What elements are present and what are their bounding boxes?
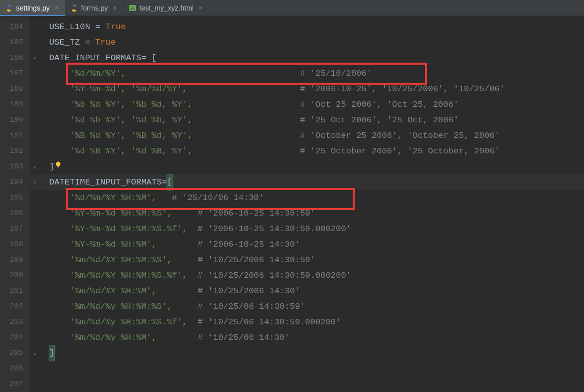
code-token: , <box>182 81 187 97</box>
code-token: ] <box>49 345 54 361</box>
code-line[interactable]: '%Y-%m-%d', '%m/%d/%Y', # '2006-10-25', … <box>30 81 584 97</box>
line-number: 201 <box>0 283 30 299</box>
code-token: '%Y-%m-%d %H:%M:%S' <box>70 206 167 221</box>
indent <box>49 268 70 283</box>
code-line[interactable]: '%Y-%m-%d %H:%M:%S.%f', # '2006-10-25 14… <box>30 221 584 237</box>
code-token <box>172 299 198 314</box>
line-number: 196 <box>0 206 30 221</box>
code-line[interactable]: '%m/%d/%y %H:%M', # '10/25/06 14:30' <box>30 330 584 345</box>
code-line[interactable] <box>30 361 584 376</box>
code-line[interactable]: '%d/%m/%Y %H:%M', # '25/10/06 14:30' <box>30 190 584 206</box>
code-token: '%d %b, %Y' <box>131 112 187 128</box>
code-line[interactable]: '%Y-%m-%d %H:%M', # '2006-10-25 14:30' <box>30 237 584 252</box>
svg-text:H: H <box>131 7 134 11</box>
code-token: True <box>105 19 126 35</box>
line-number: 199 <box>0 252 30 268</box>
code-token: '%Y-%m-%d' <box>70 81 121 97</box>
fold-close-icon[interactable]: ▴ <box>32 351 37 357</box>
fold-open-icon[interactable]: ▾ <box>32 56 37 62</box>
code-token: # '10/25/2006 14:30:59.000200' <box>198 268 351 283</box>
tab-label: settings.py <box>16 4 50 12</box>
code-token: , <box>182 221 187 237</box>
code-token <box>126 66 300 81</box>
code-line[interactable]: USE_TZ = True <box>30 35 584 50</box>
code-token <box>157 237 198 252</box>
line-number: 191 <box>0 128 30 143</box>
code-token: , <box>182 268 187 283</box>
code-token <box>172 206 198 221</box>
indent <box>49 330 70 345</box>
fold-close-icon[interactable]: ▴ <box>32 164 37 170</box>
code-token <box>193 112 300 128</box>
code-area[interactable]: USE_L10N = TrueUSE_TZ = True▾DATE_INPUT_… <box>30 16 584 392</box>
intention-bulb-icon[interactable] <box>54 159 62 167</box>
code-token: # '25 October 2006', '25 October, 2006' <box>300 143 500 159</box>
line-number: 189 <box>0 97 30 112</box>
code-token: # '2006-10-25 14:30:59.000200' <box>198 221 351 237</box>
fold-gutter[interactable]: ▴ <box>30 351 49 357</box>
fold-gutter[interactable]: ▴ <box>30 164 49 170</box>
line-number: 186 <box>0 50 30 66</box>
code-line[interactable]: '%d %B %Y', '%d %B, %Y', # '25 October 2… <box>30 143 584 159</box>
code-line[interactable]: ▴] <box>30 159 584 174</box>
code-token: , <box>121 81 131 97</box>
code-token: , <box>187 97 192 112</box>
code-token <box>187 221 197 237</box>
code-line[interactable]: '%m/%d/%Y %H:%M', # '10/25/2006 14:30' <box>30 283 584 299</box>
code-token <box>193 143 300 159</box>
code-line[interactable]: '%b %d %Y', '%b %d, %Y', # 'Oct 25 2006'… <box>30 97 584 112</box>
code-token <box>157 283 198 299</box>
tab-forms-py[interactable]: forms.py× <box>65 0 123 16</box>
code-line[interactable]: '%d/%m/%Y', # '25/10/2006' <box>30 66 584 81</box>
code-editor[interactable]: 1841851861871881891901911921931941951961… <box>0 16 584 392</box>
tab-test_my_xyz-html[interactable]: Htest_my_xyz.html× <box>123 0 209 16</box>
tab-label: test_my_xyz.html <box>139 4 194 12</box>
code-token: # 'October 25 2006', 'October 25, 2006' <box>300 128 500 143</box>
code-token: USE_TZ = <box>49 35 95 50</box>
fold-gutter[interactable]: ▾ <box>30 180 49 186</box>
code-line[interactable]: '%m/%d/%y %H:%M:%S', # '10/25/06 14:30:5… <box>30 299 584 314</box>
code-token: '%d/%m/%Y %H:%M' <box>70 190 152 206</box>
code-line[interactable]: '%B %d %Y', '%B %d, %Y', # 'October 25 2… <box>30 128 584 143</box>
indent <box>49 283 70 299</box>
code-token: , <box>187 143 192 159</box>
tab-label: forms.py <box>81 4 108 12</box>
code-token <box>157 330 198 345</box>
code-token: '%m/%d/%y %H:%M:%S.%f' <box>70 314 182 330</box>
code-token: , <box>182 314 187 330</box>
python-file-icon <box>5 4 13 12</box>
line-number: 193 <box>0 159 30 174</box>
code-line[interactable]: '%m/%d/%Y %H:%M:%S', # '10/25/2006 14:30… <box>30 252 584 268</box>
close-icon[interactable]: × <box>55 4 59 12</box>
code-token: DATE_INPUT_FORMATS= <box>49 50 152 66</box>
code-line[interactable]: '%d %b %Y', '%d %b, %Y', # '25 Oct 2006'… <box>30 112 584 128</box>
tab-settings-py[interactable]: settings.py× <box>0 0 65 16</box>
code-token: , <box>121 143 131 159</box>
code-token: , <box>152 190 157 206</box>
close-icon[interactable]: × <box>113 4 117 12</box>
code-token: , <box>167 299 172 314</box>
code-line[interactable] <box>30 376 584 392</box>
python-file-icon <box>70 4 78 12</box>
code-line[interactable]: USE_L10N = True <box>30 19 584 35</box>
fold-gutter[interactable]: ▾ <box>30 56 49 62</box>
indent <box>49 81 70 97</box>
code-token: # '10/25/2006 14:30:59' <box>198 252 316 268</box>
code-token <box>157 190 172 206</box>
code-line[interactable]: ▾DATE_INPUT_FORMATS= [ <box>30 50 584 66</box>
code-line[interactable]: '%Y-%m-%d %H:%M:%S', # '2006-10-25 14:30… <box>30 206 584 221</box>
code-line[interactable]: ▴] <box>30 345 584 361</box>
code-token <box>187 314 197 330</box>
code-token: # '2006-10-25 14:30' <box>198 237 300 252</box>
code-line[interactable]: ▾DATETIME_INPUT_FORMATS=[ <box>30 174 584 190</box>
close-icon[interactable]: × <box>199 4 203 12</box>
line-number: 203 <box>0 314 30 330</box>
code-token: # '10/25/06 14:30:59' <box>198 299 305 314</box>
fold-open-icon[interactable]: ▾ <box>32 180 37 186</box>
code-token: , <box>167 252 172 268</box>
code-line[interactable]: '%m/%d/%Y %H:%M:%S.%f', # '10/25/2006 14… <box>30 268 584 283</box>
code-token: , <box>121 128 131 143</box>
line-number: 207 <box>0 376 30 392</box>
code-line[interactable]: '%m/%d/%y %H:%M:%S.%f', # '10/25/06 14:3… <box>30 314 584 330</box>
code-token: # '25/10/06 14:30' <box>172 190 264 206</box>
